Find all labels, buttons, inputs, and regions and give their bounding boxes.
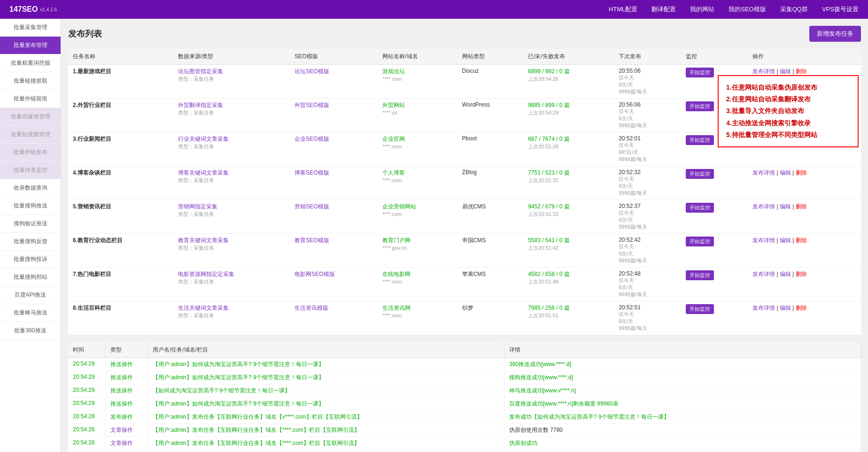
op-detail[interactable]: 发布详情: [752, 305, 775, 311]
op-delete[interactable]: 删除: [796, 237, 807, 244]
sidebar-item-bangma-push[interactable]: 批量棒马推送: [0, 304, 61, 322]
task-source-type: 类型：采集任务: [178, 313, 214, 318]
task-next-sub1: 仅今天: [619, 277, 634, 283]
sidebar-item-sogou-feedback[interactable]: 批量搜狗反馈: [0, 233, 61, 251]
task-source[interactable]: 博客关键词文章采集: [178, 169, 229, 176]
new-task-button[interactable]: 新增发布任务: [809, 26, 861, 42]
task-seo[interactable]: 营销SEO模版: [294, 203, 329, 210]
monitor-button[interactable]: 开始监控: [686, 135, 714, 145]
task-source[interactable]: 电影资源网指定定采集: [178, 271, 234, 277]
op-edit[interactable]: 编辑: [780, 305, 791, 311]
op-detail[interactable]: 发布详情: [752, 169, 775, 176]
monitor-button[interactable]: 开始监控: [686, 237, 714, 246]
log-row: 20:54:29 推送操作 【用户:admin】如何成为淘宝运营高手? 9个细节…: [68, 398, 861, 411]
nav-qq-group[interactable]: 采集QQ群: [780, 5, 808, 14]
sidebar-item-publish[interactable]: 批量发布管理: [0, 37, 61, 54]
task-site-name[interactable]: 企业营销网站: [382, 203, 416, 210]
sidebar-item-sogou-block[interactable]: 批量搜狗邦站: [0, 268, 61, 286]
log-row: 20:54:29 推送操作 【用户:admin】如何成为淘宝运营高手? 9个细节…: [68, 371, 861, 384]
table-row: 4.博客杂谈栏目 博客关键词文章采集 类型：采集任务 博客SEO模版 个人博客 …: [68, 166, 861, 200]
sidebar-item-baidu-api[interactable]: 百度API推送: [0, 286, 61, 304]
op-detail[interactable]: 发布详情: [752, 203, 775, 210]
task-source[interactable]: 营销网指定采集: [178, 203, 217, 210]
monitor-button[interactable]: 开始监控: [686, 101, 714, 111]
task-site-name[interactable]: 生活资讯网: [382, 305, 411, 311]
task-site-type: ZBlog: [462, 169, 477, 176]
nav-translate-config[interactable]: 翻译配置: [651, 5, 676, 14]
sidebar-item-sogou-push[interactable]: 批量搜狗推送: [0, 197, 61, 215]
task-site-name[interactable]: 企业官网: [382, 136, 405, 142]
task-name: 1.最新游戏栏目: [73, 68, 111, 75]
log-time: 20:54:29: [68, 398, 106, 410]
monitor-button[interactable]: 开始监控: [686, 169, 714, 179]
op-edit[interactable]: 编辑: [780, 68, 791, 75]
sidebar-item-external-link[interactable]: 批量外链留痕: [0, 90, 61, 108]
monitor-button[interactable]: 开始监控: [686, 304, 714, 314]
task-source-type: 类型：采集任务: [178, 211, 214, 217]
task-site-name[interactable]: 在线电影网: [382, 271, 411, 277]
promo-line-2: 2.任意网站自动采集翻译发布: [726, 93, 850, 105]
task-site-name[interactable]: 外贸网站: [382, 102, 405, 108]
monitor-button[interactable]: 开始监控: [686, 68, 714, 77]
op-delete[interactable]: 删除: [796, 68, 807, 75]
log-time: 20:54:29: [68, 371, 106, 384]
task-source[interactable]: 论坛图管指定采集: [178, 68, 223, 75]
op-delete[interactable]: 删除: [796, 305, 807, 311]
task-stats: 9885 / 899 / 0 篇: [528, 102, 570, 108]
task-seo[interactable]: 企业SEO模版: [294, 136, 329, 142]
nav-my-site[interactable]: 我的网站: [690, 5, 714, 14]
sidebar-item-sogou-verify[interactable]: 搜狗验证推送: [0, 215, 61, 233]
task-site-type: Pboot: [462, 135, 477, 142]
promo-line-5: 5.持批量管理全网不同类型网站: [726, 129, 850, 141]
op-delete[interactable]: 删除: [796, 203, 807, 210]
op-edit[interactable]: 编辑: [780, 203, 791, 210]
sidebar-item-link-grab[interactable]: 批量链接抓取: [0, 72, 61, 90]
task-stats-sub: 上次20:51:32: [528, 211, 558, 217]
task-site-domain: ****.com: [382, 211, 402, 217]
sidebar-item-sogou-complaint[interactable]: 批量搜狗投诉: [0, 251, 61, 268]
sidebar-item-keyword[interactable]: 批量权重词挖掘: [0, 54, 61, 72]
task-next-sub1: 仅今天: [619, 244, 634, 249]
task-site-type: 易优CMS: [462, 203, 486, 210]
log-col-type: 类型: [106, 342, 148, 358]
sidebar-item-360-push[interactable]: 批量360推送: [0, 322, 61, 340]
task-seo[interactable]: 论坛SEO模版: [294, 68, 329, 75]
task-seo[interactable]: 博客SEO模版: [294, 169, 329, 176]
task-source[interactable]: 外贸翻译指定采集: [178, 102, 223, 108]
log-content: 【用户:admin】如何成为淘宝运营高手? 9个细节需注意！每日一课】: [148, 358, 504, 371]
op-detail[interactable]: 发布详情: [752, 271, 775, 277]
page-title-bar: 发布列表 新增发布任务: [68, 26, 861, 42]
monitor-button[interactable]: 开始监控: [686, 270, 714, 280]
nav-vps-settings[interactable]: VPS拨号设置: [822, 5, 859, 14]
nav-seo-template[interactable]: 我的SEO模版: [728, 5, 766, 14]
op-delete[interactable]: 删除: [796, 271, 807, 277]
sidebar-item-collect[interactable]: 批量采集管理: [0, 19, 61, 37]
op-detail[interactable]: 发布详情: [752, 68, 775, 75]
monitor-button[interactable]: 开始监控: [686, 203, 714, 213]
col-stats: 已/未/失败发布: [523, 49, 614, 65]
log-type: 文章操作: [106, 437, 148, 450]
task-seo[interactable]: 教育SEO模版: [294, 237, 329, 244]
task-next-sub2: 6次/天: [619, 217, 633, 222]
task-source[interactable]: 生活关键词文章采集: [178, 305, 229, 311]
task-site-name[interactable]: 个人博客: [382, 169, 405, 176]
task-source[interactable]: 行业关键词文章采集: [178, 136, 229, 142]
sidebar-item-index-query[interactable]: 收录数据查询: [0, 179, 61, 197]
sidebar-item-ext-publish: 批量外链发布: [0, 144, 61, 161]
op-edit[interactable]: 编辑: [780, 169, 791, 176]
log-row: 20:54:26 文章操作 【用户:admin】发布任务【互联网行业任务】域名【…: [68, 424, 861, 437]
op-edit[interactable]: 编辑: [780, 271, 791, 277]
task-seo[interactable]: 外贸SEO模版: [294, 102, 329, 108]
task-stats-sub: 上次20:51:48: [528, 279, 558, 284]
op-edit[interactable]: 编辑: [780, 237, 791, 244]
task-source[interactable]: 教育关键词文章采集: [178, 237, 229, 244]
task-seo[interactable]: 生活资讯模版: [294, 305, 328, 311]
task-seo[interactable]: 电影网SEO模版: [294, 271, 334, 277]
log-content: 【如何成为淘宝运营高手? 9个细节需注意！每日一课】: [148, 384, 504, 397]
op-delete[interactable]: 删除: [796, 169, 807, 176]
task-site-name[interactable]: 游戏论坛: [382, 68, 405, 75]
log-time: 20:54:29: [68, 384, 106, 397]
op-detail[interactable]: 发布详情: [752, 237, 775, 244]
nav-html-config[interactable]: HTML配置: [609, 5, 637, 14]
task-site-name[interactable]: 教育门户网: [382, 237, 411, 244]
